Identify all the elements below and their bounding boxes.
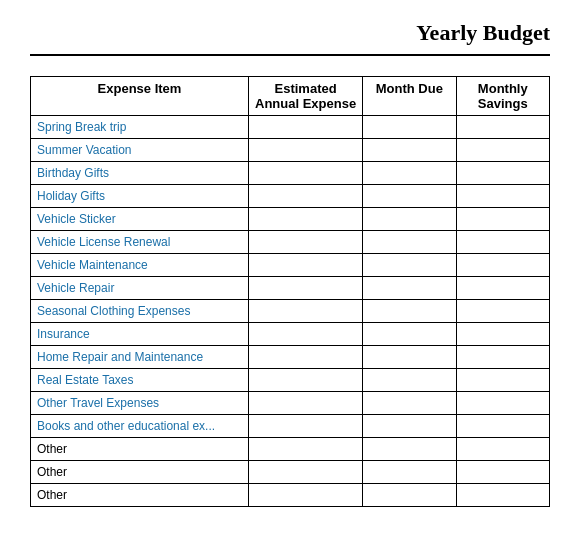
cell-estimated — [248, 346, 362, 369]
col-header-estimated: Estimated Annual Expense — [248, 77, 362, 116]
table-body: Spring Break tripSummer VacationBirthday… — [31, 116, 550, 507]
cell-month-due — [363, 254, 456, 277]
table-row: Vehicle Maintenance — [31, 254, 550, 277]
cell-month-due — [363, 139, 456, 162]
cell-monthly-savings — [456, 484, 549, 507]
cell-estimated — [248, 185, 362, 208]
cell-expense-item: Other — [31, 461, 249, 484]
cell-estimated — [248, 438, 362, 461]
cell-expense-item: Vehicle Sticker — [31, 208, 249, 231]
cell-estimated — [248, 231, 362, 254]
cell-estimated — [248, 116, 362, 139]
table-row: Seasonal Clothing Expenses — [31, 300, 550, 323]
cell-estimated — [248, 208, 362, 231]
table-row: Birthday Gifts — [31, 162, 550, 185]
cell-estimated — [248, 139, 362, 162]
cell-expense-item: Vehicle License Renewal — [31, 231, 249, 254]
col-header-expense-item: Expense Item — [31, 77, 249, 116]
cell-month-due — [363, 392, 456, 415]
cell-estimated — [248, 392, 362, 415]
cell-expense-item: Other — [31, 438, 249, 461]
table-row: Other — [31, 438, 550, 461]
cell-expense-item: Holiday Gifts — [31, 185, 249, 208]
cell-estimated — [248, 484, 362, 507]
cell-estimated — [248, 254, 362, 277]
cell-estimated — [248, 162, 362, 185]
page-title: Yearly Budget — [416, 20, 550, 45]
cell-expense-item: Home Repair and Maintenance — [31, 346, 249, 369]
table-row: Other — [31, 484, 550, 507]
table-row: Vehicle Sticker — [31, 208, 550, 231]
cell-monthly-savings — [456, 139, 549, 162]
cell-expense-item: Vehicle Repair — [31, 277, 249, 300]
table-row: Vehicle License Renewal — [31, 231, 550, 254]
cell-monthly-savings — [456, 323, 549, 346]
cell-month-due — [363, 116, 456, 139]
cell-monthly-savings — [456, 392, 549, 415]
cell-month-due — [363, 185, 456, 208]
table-row: Real Estate Taxes — [31, 369, 550, 392]
cell-month-due — [363, 277, 456, 300]
cell-monthly-savings — [456, 185, 549, 208]
cell-expense-item: Insurance — [31, 323, 249, 346]
cell-expense-item: Seasonal Clothing Expenses — [31, 300, 249, 323]
cell-monthly-savings — [456, 461, 549, 484]
cell-monthly-savings — [456, 369, 549, 392]
budget-table: Expense Item Estimated Annual Expense Mo… — [30, 76, 550, 507]
cell-month-due — [363, 323, 456, 346]
table-row: Vehicle Repair — [31, 277, 550, 300]
table-row: Home Repair and Maintenance — [31, 346, 550, 369]
cell-monthly-savings — [456, 231, 549, 254]
table-row: Other Travel Expenses — [31, 392, 550, 415]
cell-estimated — [248, 277, 362, 300]
title-container: Yearly Budget — [30, 20, 550, 56]
cell-expense-item: Summer Vacation — [31, 139, 249, 162]
col-header-month-due: Month Due — [363, 77, 456, 116]
table-row: Holiday Gifts — [31, 185, 550, 208]
cell-month-due — [363, 231, 456, 254]
col-header-monthly-savings: Monthly Savings — [456, 77, 549, 116]
cell-expense-item: Books and other educational ex... — [31, 415, 249, 438]
cell-expense-item: Real Estate Taxes — [31, 369, 249, 392]
cell-monthly-savings — [456, 254, 549, 277]
cell-expense-item: Vehicle Maintenance — [31, 254, 249, 277]
cell-expense-item: Other Travel Expenses — [31, 392, 249, 415]
cell-expense-item: Spring Break trip — [31, 116, 249, 139]
cell-monthly-savings — [456, 208, 549, 231]
table-row: Books and other educational ex... — [31, 415, 550, 438]
cell-month-due — [363, 369, 456, 392]
cell-expense-item: Other — [31, 484, 249, 507]
table-row: Other — [31, 461, 550, 484]
cell-month-due — [363, 346, 456, 369]
cell-month-due — [363, 300, 456, 323]
cell-month-due — [363, 415, 456, 438]
cell-month-due — [363, 208, 456, 231]
table-row: Spring Break trip — [31, 116, 550, 139]
cell-estimated — [248, 369, 362, 392]
table-row: Summer Vacation — [31, 139, 550, 162]
cell-month-due — [363, 484, 456, 507]
cell-estimated — [248, 415, 362, 438]
cell-monthly-savings — [456, 162, 549, 185]
table-row: Insurance — [31, 323, 550, 346]
cell-month-due — [363, 162, 456, 185]
cell-monthly-savings — [456, 116, 549, 139]
cell-month-due — [363, 438, 456, 461]
cell-estimated — [248, 461, 362, 484]
cell-estimated — [248, 323, 362, 346]
cell-monthly-savings — [456, 277, 549, 300]
cell-estimated — [248, 300, 362, 323]
cell-monthly-savings — [456, 300, 549, 323]
cell-monthly-savings — [456, 346, 549, 369]
cell-month-due — [363, 461, 456, 484]
cell-monthly-savings — [456, 438, 549, 461]
cell-expense-item: Birthday Gifts — [31, 162, 249, 185]
cell-monthly-savings — [456, 415, 549, 438]
table-header-row: Expense Item Estimated Annual Expense Mo… — [31, 77, 550, 116]
